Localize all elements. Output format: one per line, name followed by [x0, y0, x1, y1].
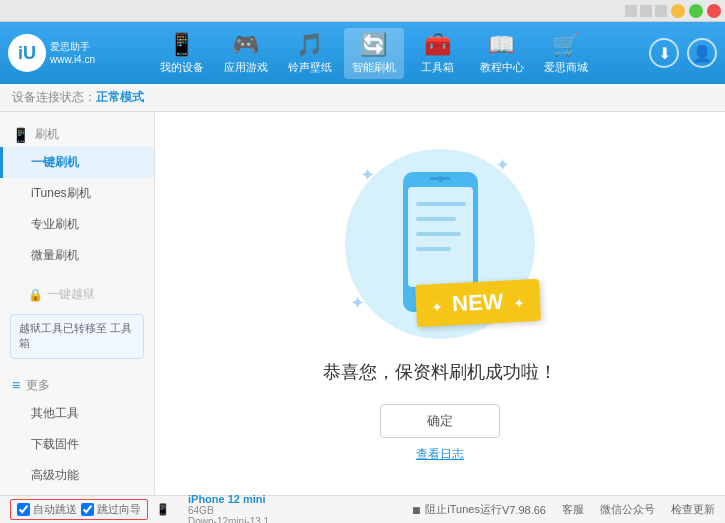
- sidebar-item-advanced[interactable]: 高级功能: [0, 460, 154, 491]
- download-firmware-label: 下载固件: [31, 437, 79, 451]
- one-click-flash-label: 一键刷机: [31, 155, 79, 169]
- minimize-button[interactable]: [671, 4, 685, 18]
- lock-icon: 🔒: [28, 288, 43, 302]
- flash-section-icon: 📱: [12, 127, 29, 143]
- skip-wizard-checkbox-item[interactable]: 跳过向导: [81, 502, 141, 517]
- jailbreak-note-text: 越狱工具已转移至 工具箱: [19, 322, 132, 349]
- svg-rect-4: [430, 177, 450, 180]
- nav-shop[interactable]: 🛒 爱思商城: [536, 28, 596, 79]
- svg-rect-6: [416, 217, 456, 221]
- window-icon2: [640, 5, 652, 17]
- account-button[interactable]: 👤: [687, 38, 717, 68]
- smart-flash-icon: 🔄: [360, 32, 387, 58]
- main-layout: 📱 刷机 一键刷机 iTunes刷机 专业刷机 微量刷机 🔒 一键越狱 越狱工具…: [0, 112, 725, 495]
- sidebar: 📱 刷机 一键刷机 iTunes刷机 专业刷机 微量刷机 🔒 一键越狱 越狱工具…: [0, 112, 155, 495]
- nav-tutorial[interactable]: 📖 教程中心: [472, 28, 532, 79]
- more-section-header: ≡ 更多: [0, 371, 154, 398]
- bottom-left: 自动跳送 跳过向导 📱 iPhone 12 mini 64GB Down-12m…: [10, 493, 411, 524]
- wechat-public-link[interactable]: 微信公众号: [600, 502, 655, 517]
- more-section-icon: ≡: [12, 377, 20, 393]
- nav-right: ⬇ 👤: [649, 38, 717, 68]
- new-badge: NEW: [415, 279, 541, 327]
- skip-wizard-label: 跳过向导: [97, 502, 141, 517]
- pro-flash-label: 专业刷机: [31, 217, 79, 231]
- tutorial-icon: 📖: [488, 32, 515, 58]
- stop-itunes-label: 阻止iTunes运行: [425, 502, 502, 517]
- smart-flash-label: 智能刷机: [352, 60, 396, 75]
- auto-jump-checkbox-item[interactable]: 自动跳送: [17, 502, 77, 517]
- shop-label: 爱思商城: [544, 60, 588, 75]
- new-badge-text: NEW: [452, 289, 505, 317]
- svg-rect-8: [416, 247, 451, 251]
- ringtone-label: 铃声壁纸: [288, 60, 332, 75]
- nav-app-games[interactable]: 🎮 应用游戏: [216, 28, 276, 79]
- success-message: 恭喜您，保资料刷机成功啦！: [323, 360, 557, 384]
- confirm-button[interactable]: 确定: [380, 404, 500, 438]
- device-storage: 64GB: [188, 505, 269, 516]
- jailbreak-label: 一键越狱: [47, 286, 95, 303]
- sidebar-item-download-firmware[interactable]: 下载固件: [0, 429, 154, 460]
- logo-url: www.i4.cn: [50, 53, 95, 66]
- checkbox-group: 自动跳送 跳过向导: [10, 499, 148, 520]
- svg-rect-7: [416, 232, 461, 236]
- auto-jump-checkbox[interactable]: [17, 503, 30, 516]
- skip-wizard-checkbox[interactable]: [81, 503, 94, 516]
- close-button[interactable]: [707, 4, 721, 18]
- download-button[interactable]: ⬇: [649, 38, 679, 68]
- bottom-right: V7.98.66 客服 微信公众号 检查更新: [502, 502, 715, 517]
- nav-ringtone[interactable]: 🎵 铃声壁纸: [280, 28, 340, 79]
- shop-icon: 🛒: [552, 32, 579, 58]
- app-games-icon: 🎮: [232, 32, 259, 58]
- sparkle-bottom-left: ✦: [350, 292, 365, 314]
- itunes-flash-label: iTunes刷机: [31, 186, 91, 200]
- nav-my-device[interactable]: 📱 我的设备: [152, 28, 212, 79]
- sidebar-item-micro-flash[interactable]: 微量刷机: [0, 240, 154, 271]
- status-value: 正常模式: [96, 89, 144, 106]
- jailbreak-section: 🔒 一键越狱: [0, 279, 154, 310]
- status-label: 设备连接状态：: [12, 89, 96, 106]
- view-log-link[interactable]: 查看日志: [416, 446, 464, 463]
- maximize-button[interactable]: [689, 4, 703, 18]
- sidebar-item-other-tools[interactable]: 其他工具: [0, 398, 154, 429]
- tools-icon: 🧰: [424, 32, 451, 58]
- jailbreak-note: 越狱工具已转移至 工具箱: [10, 314, 144, 359]
- window-icon1: [625, 5, 637, 17]
- check-update-link[interactable]: 检查更新: [671, 502, 715, 517]
- tutorial-label: 教程中心: [480, 60, 524, 75]
- service-link[interactable]: 客服: [562, 502, 584, 517]
- device-info: iPhone 12 mini 64GB Down-12mini-13,1: [188, 493, 269, 524]
- nav-smart-flash[interactable]: 🔄 智能刷机: [344, 28, 404, 79]
- phone-illustration: ✦ ✦ ✦: [340, 144, 540, 344]
- other-tools-label: 其他工具: [31, 406, 79, 420]
- stop-itunes-button[interactable]: ⏹ 阻止iTunes运行: [411, 502, 502, 517]
- tools-label: 工具箱: [421, 60, 454, 75]
- nav-items: 📱 我的设备 🎮 应用游戏 🎵 铃声壁纸 🔄 智能刷机 🧰 工具箱 📖 教程中心…: [98, 28, 649, 79]
- ringtone-icon: 🎵: [296, 32, 323, 58]
- window-icon3: [655, 5, 667, 17]
- logo-text: 爱思助手 www.i4.cn: [50, 40, 95, 66]
- logo-icon: iU: [8, 34, 46, 72]
- top-navigation: iU 爱思助手 www.i4.cn 📱 我的设备 🎮 应用游戏 🎵 铃声壁纸 🔄…: [0, 22, 725, 84]
- device-icon: 📱: [156, 503, 170, 516]
- auto-jump-label: 自动跳送: [33, 502, 77, 517]
- my-device-icon: 📱: [168, 32, 195, 58]
- nav-tools[interactable]: 🧰 工具箱: [408, 28, 468, 79]
- sidebar-item-pro-flash[interactable]: 专业刷机: [0, 209, 154, 240]
- stop-icon: ⏹: [411, 504, 422, 516]
- device-model: Down-12mini-13,1: [188, 516, 269, 524]
- logo: iU 爱思助手 www.i4.cn: [8, 34, 98, 72]
- title-bar: [0, 0, 725, 22]
- app-games-label: 应用游戏: [224, 60, 268, 75]
- micro-flash-label: 微量刷机: [31, 248, 79, 262]
- sidebar-item-itunes-flash[interactable]: iTunes刷机: [0, 178, 154, 209]
- sparkle-top-left: ✦: [360, 164, 375, 186]
- logo-name: 爱思助手: [50, 40, 95, 53]
- my-device-label: 我的设备: [160, 60, 204, 75]
- more-section-label: 更多: [26, 377, 50, 394]
- status-bar: 设备连接状态： 正常模式: [0, 84, 725, 112]
- version-label: V7.98.66: [502, 504, 546, 516]
- flash-section-header: 📱 刷机: [0, 120, 154, 147]
- sidebar-item-one-click-flash[interactable]: 一键刷机: [0, 147, 154, 178]
- sparkle-top-right: ✦: [495, 154, 510, 176]
- flash-section-label: 刷机: [35, 126, 59, 143]
